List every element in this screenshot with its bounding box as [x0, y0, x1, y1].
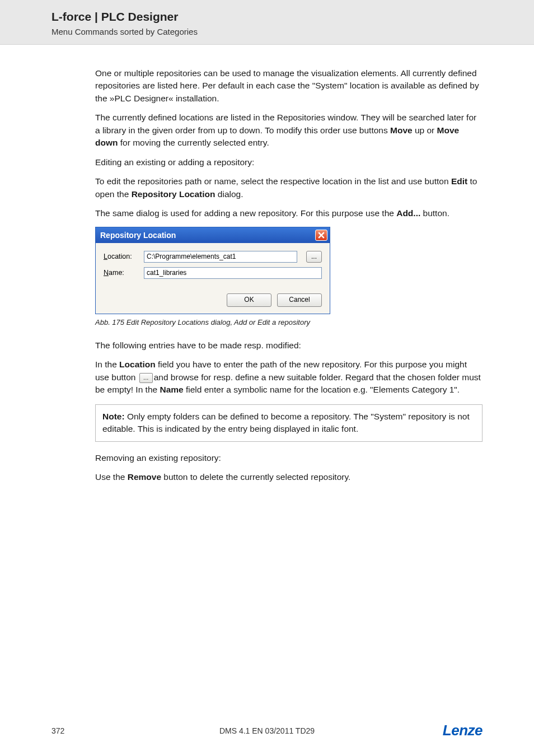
text: Use the [95, 472, 128, 482]
text: dialog. [216, 189, 243, 199]
repository-location-dialog: Repository Location Location: ... Name: … [95, 227, 330, 314]
paragraph: One or multiple repositories can be used… [95, 67, 483, 105]
paragraph: Removing an existing repository: [95, 452, 483, 464]
cancel-button[interactable]: Cancel [277, 293, 322, 307]
close-button[interactable] [315, 230, 327, 241]
text-bold: Remove [128, 472, 161, 482]
doc-title: L-force | PLC Designer [51, 10, 534, 24]
browse-icon: ... [139, 373, 153, 383]
note-label: Note: [102, 412, 125, 421]
dialog-title: Repository Location [100, 230, 176, 241]
text: up or [413, 125, 437, 135]
text: The same dialog is used for adding a new… [95, 208, 396, 218]
page-footer: 372 DMS 4.1 EN 03/2011 TD29 Lenze [0, 722, 534, 739]
page-content: One or multiple repositories can be used… [0, 45, 534, 484]
text-bold: Location [119, 360, 156, 369]
text: To edit the repositories path or name, s… [95, 176, 451, 186]
text: field enter a symbolic name for the loca… [184, 385, 460, 394]
note-text: Only empty folders can be defined to bec… [102, 412, 470, 433]
text-bold: Add... [396, 208, 420, 218]
lenze-logo: Lenze [443, 722, 483, 739]
ok-button[interactable]: OK [227, 293, 271, 307]
page-number: 372 [51, 726, 64, 735]
paragraph: The currently defined locations are list… [95, 111, 483, 149]
form-row-name: Name: [104, 267, 322, 279]
name-input[interactable] [144, 267, 322, 279]
doc-subtitle: Menu Commands sorted by Categories [51, 27, 534, 36]
text: button to delete the currently selected … [161, 472, 350, 482]
text-bold: Name [160, 385, 183, 394]
text: for moving the currently selected entry. [118, 138, 269, 147]
text-bold: Move [390, 125, 413, 135]
paragraph: Use the Remove button to delete the curr… [95, 471, 483, 483]
location-input[interactable] [144, 251, 297, 263]
paragraph: In the Location field you have to enter … [95, 358, 483, 396]
note-box: Note: Only empty folders can be defined … [95, 404, 483, 442]
paragraph: Editing an existing or adding a reposito… [95, 156, 483, 169]
text: In the [95, 360, 119, 369]
text-bold: Edit [451, 176, 467, 186]
dialog-titlebar: Repository Location [96, 227, 330, 243]
close-icon [318, 232, 325, 239]
form-row-location: Location: ... [104, 251, 322, 263]
figure-caption: Abb. 175 Edit Repository Locations dialo… [95, 318, 483, 328]
doc-reference: DMS 4.1 EN 03/2011 TD29 [219, 726, 315, 735]
name-label: Name: [104, 268, 138, 278]
page-header: L-force | PLC Designer Menu Commands sor… [0, 0, 534, 45]
browse-button[interactable]: ... [306, 251, 322, 263]
text: button. [420, 208, 449, 218]
paragraph: To edit the repositories path or name, s… [95, 175, 483, 200]
text-bold: Repository Location [132, 189, 216, 199]
paragraph: The following entries have to be made re… [95, 339, 483, 352]
paragraph: The same dialog is used for adding a new… [95, 207, 483, 220]
location-label: Location: [104, 251, 138, 262]
